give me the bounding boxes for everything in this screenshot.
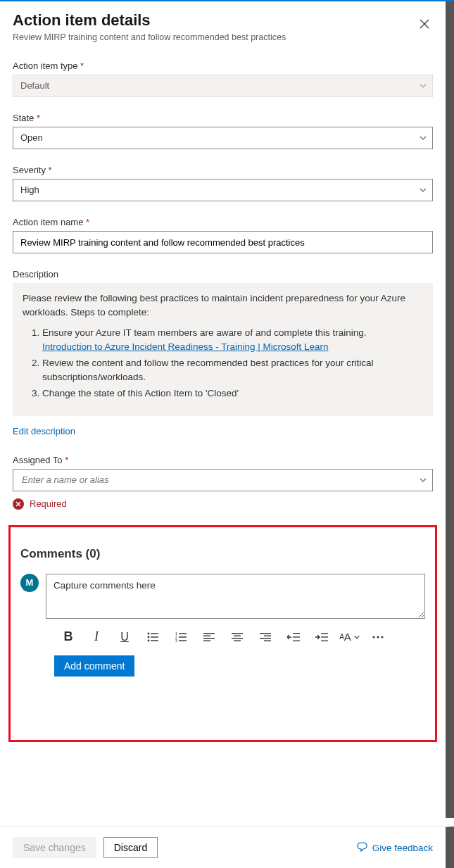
description-training-link[interactable]: Introduction to Azure Incident Readiness… xyxy=(42,341,328,352)
field-assigned-to: Assigned To Required xyxy=(13,455,433,510)
svg-point-2 xyxy=(148,636,150,639)
page-subtitle: Review MIRP training content and follow … xyxy=(13,32,286,42)
svg-rect-13 xyxy=(203,635,210,636)
svg-rect-23 xyxy=(264,640,271,641)
svg-rect-14 xyxy=(203,638,215,639)
svg-rect-16 xyxy=(232,633,243,634)
svg-rect-28 xyxy=(321,636,328,637)
label-assigned-to: Assigned To xyxy=(13,455,433,465)
give-feedback-text: Give feedback xyxy=(372,843,433,853)
svg-rect-12 xyxy=(203,633,215,634)
description-content: Please review the following best practic… xyxy=(13,283,433,416)
svg-rect-18 xyxy=(232,638,243,639)
svg-rect-7 xyxy=(179,633,187,634)
field-description: Description Please review the following … xyxy=(13,269,433,436)
label-action-item-name: Action item name xyxy=(13,217,433,227)
discard-button[interactable]: Discard xyxy=(103,837,158,858)
label-state: State xyxy=(13,113,433,123)
select-state[interactable]: Open xyxy=(13,127,433,149)
svg-rect-22 xyxy=(260,638,271,639)
action-item-panel: Action item details Review MIRP training… xyxy=(0,1,454,818)
svg-rect-20 xyxy=(260,633,271,634)
svg-rect-26 xyxy=(293,641,300,641)
align-left-button[interactable] xyxy=(195,627,223,647)
label-description: Description xyxy=(13,269,433,279)
underline-button[interactable]: U xyxy=(111,627,139,647)
outdent-icon xyxy=(287,633,300,641)
svg-rect-5 xyxy=(151,640,158,641)
svg-rect-17 xyxy=(234,635,241,636)
input-assigned-to[interactable] xyxy=(20,474,412,486)
svg-rect-24 xyxy=(293,633,300,634)
field-action-item-name: Action item name xyxy=(13,217,433,253)
align-right-button[interactable] xyxy=(251,627,279,647)
field-severity: Severity High xyxy=(13,165,433,201)
svg-rect-1 xyxy=(151,633,158,634)
avatar: M xyxy=(20,574,39,592)
align-right-icon xyxy=(260,633,271,641)
comments-section-highlight: Comments (0) M Capture comments here B I… xyxy=(8,525,437,742)
svg-rect-21 xyxy=(264,635,271,636)
field-state: State Open xyxy=(13,113,433,149)
align-center-icon xyxy=(232,633,243,641)
comment-editor[interactable]: Capture comments here xyxy=(46,574,425,619)
save-changes-button: Save changes xyxy=(13,837,96,858)
outdent-button[interactable] xyxy=(279,627,308,647)
more-options-button[interactable] xyxy=(364,627,392,647)
description-step-1: Ensure your Azure IT team members are aw… xyxy=(42,326,423,353)
bold-button[interactable]: B xyxy=(54,627,82,647)
numbered-list-icon: 123 xyxy=(175,632,187,642)
font-size-button[interactable]: AA xyxy=(336,627,364,647)
indent-button[interactable] xyxy=(308,627,336,647)
svg-point-31 xyxy=(377,636,379,638)
svg-text:3: 3 xyxy=(175,639,177,642)
close-button[interactable] xyxy=(416,15,433,32)
svg-rect-15 xyxy=(203,640,210,641)
svg-point-4 xyxy=(148,640,150,642)
svg-rect-25 xyxy=(293,636,300,637)
svg-point-32 xyxy=(382,636,384,638)
panel-footer: Save changes Discard Give feedback xyxy=(0,826,454,868)
select-action-item-type: Default xyxy=(13,75,433,97)
edit-description-link[interactable]: Edit description xyxy=(13,426,75,436)
align-center-button[interactable] xyxy=(223,627,251,647)
svg-rect-29 xyxy=(321,641,328,641)
error-icon xyxy=(13,498,24,510)
select-severity[interactable]: High xyxy=(13,179,433,201)
svg-point-30 xyxy=(373,636,375,638)
more-icon xyxy=(372,636,384,639)
page-title: Action item details xyxy=(13,11,286,30)
align-left-icon xyxy=(203,633,215,641)
svg-rect-9 xyxy=(179,636,187,637)
numbered-list-button[interactable]: 123 xyxy=(167,627,195,647)
indent-icon xyxy=(315,633,328,641)
add-comment-button[interactable]: Add comment xyxy=(54,655,134,677)
description-step-2: Review the content and follow the recomm… xyxy=(42,356,423,384)
label-action-item-type: Action item type xyxy=(13,61,433,71)
assigned-to-error-text: Required xyxy=(30,498,67,509)
description-step-3: Change the state of this Action Item to … xyxy=(42,386,423,401)
assigned-to-error: Required xyxy=(13,498,433,510)
svg-point-0 xyxy=(148,633,150,635)
close-icon xyxy=(420,19,429,29)
svg-rect-11 xyxy=(179,640,187,641)
comment-toolbar: B I U 123 AA xyxy=(20,619,425,655)
bullet-list-icon xyxy=(147,632,158,642)
description-intro: Please review the following best practic… xyxy=(23,293,405,317)
give-feedback-link[interactable]: Give feedback xyxy=(357,842,433,853)
svg-rect-19 xyxy=(234,640,241,641)
comments-heading: Comments (0) xyxy=(20,547,425,561)
svg-rect-3 xyxy=(151,636,158,637)
feedback-icon xyxy=(357,842,368,853)
label-severity: Severity xyxy=(13,165,433,175)
field-action-item-type: Action item type Default xyxy=(13,61,433,97)
chevron-down-icon xyxy=(353,634,360,641)
italic-button[interactable]: I xyxy=(82,627,111,647)
input-action-item-name[interactable] xyxy=(13,231,433,253)
bullet-list-button[interactable] xyxy=(139,627,167,647)
combo-assigned-to[interactable] xyxy=(13,469,433,491)
svg-rect-27 xyxy=(321,633,328,634)
